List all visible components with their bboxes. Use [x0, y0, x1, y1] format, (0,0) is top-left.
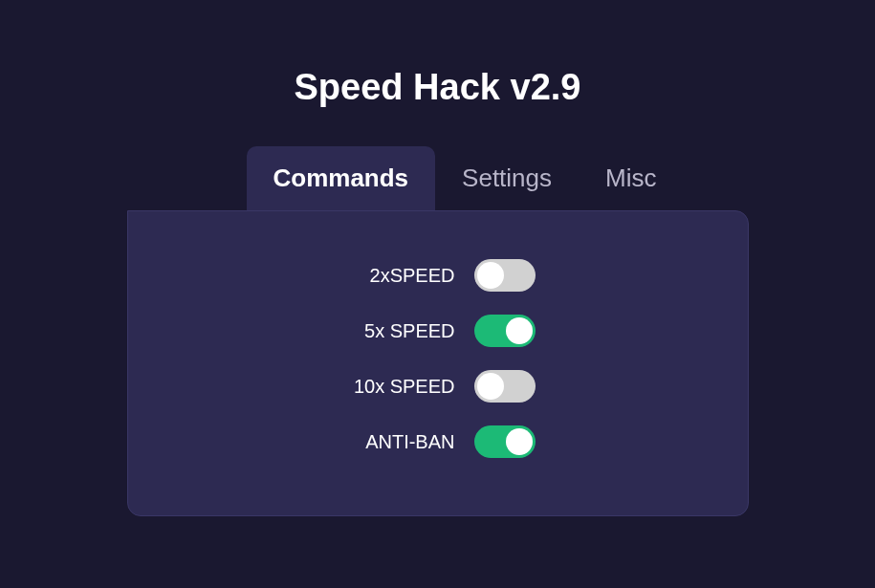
tab-settings[interactable]: Settings	[435, 146, 579, 210]
tab-commands[interactable]: Commands	[247, 146, 436, 210]
toggle-row-5xspeed: 5x SPEED	[166, 315, 710, 347]
toggle-label-5xspeed: 5x SPEED	[340, 320, 455, 342]
app-title: Speed Hack v2.9	[295, 67, 581, 108]
toggle-label-antiban: ANTI-BAN	[340, 431, 455, 453]
toggle-label-10xspeed: 10x SPEED	[340, 376, 455, 398]
toggle-label-2xspeed: 2xSPEED	[340, 265, 455, 287]
tab-misc[interactable]: Misc	[579, 146, 683, 210]
tabs-container: Commands Settings Misc	[127, 146, 684, 210]
toggle-knob	[477, 262, 504, 289]
panel-wrapper: Commands Settings Misc 2xSPEED 5x SPEED …	[127, 146, 749, 516]
toggle-knob	[477, 373, 504, 400]
toggle-row-antiban: ANTI-BAN	[166, 425, 710, 458]
toggle-10xspeed[interactable]	[474, 370, 536, 403]
toggle-antiban[interactable]	[474, 425, 536, 458]
toggle-2xspeed[interactable]	[474, 259, 536, 292]
toggle-row-10xspeed: 10x SPEED	[166, 370, 710, 403]
toggle-knob	[506, 317, 533, 344]
toggle-row-2xspeed: 2xSPEED	[166, 259, 710, 292]
commands-panel: 2xSPEED 5x SPEED 10x SPEED ANTI-BAN	[127, 210, 749, 516]
toggle-knob	[506, 428, 533, 455]
toggle-5xspeed[interactable]	[474, 315, 536, 347]
